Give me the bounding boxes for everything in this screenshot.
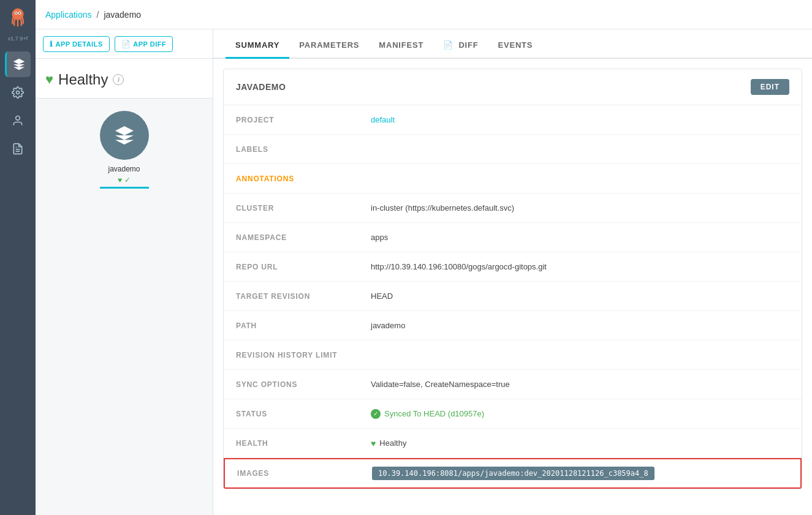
field-row-repo-url: REPO URL http://10.39.140.196:10080/gogs… [224,252,802,282]
breadcrumb-bar: Applications / javademo [36,0,812,29]
right-panel: SUMMARY PARAMETERS MANIFEST 📄 DIFF EVENT… [213,29,812,515]
tab-summary[interactable]: SUMMARY [226,33,289,59]
app-node-label: javademo [108,165,140,173]
content-split: ℹ APP DETAILS 📄 APP DIFF ♥ Healthy i [36,29,812,515]
svg-point-4 [15,12,17,13]
app-node-badges: ♥ ✓ [118,176,131,184]
field-row-path: PATH javademo [224,311,802,340]
field-value-images: 10.39.140.196:8081/apps/javademo:dev_202… [372,467,655,480]
field-label-namespace: NAMESPACE [236,233,371,242]
field-label-annotations: ANNOTATIONS [236,175,371,183]
field-value-path: javademo [371,321,789,330]
app-node[interactable] [100,111,149,160]
field-label-sync-options: SYNC OPTIONS [236,380,371,389]
field-row-project: PROJECT default [224,105,802,135]
sidebar-item-apps[interactable] [5,51,31,77]
diff-tab-icon: 📄 [443,40,453,50]
field-row-sync-options: SYNC OPTIONS Validate=false, CreateNames… [224,370,802,399]
summary-content: JAVADEMO EDIT PROJECT default LABELS ANN… [213,59,812,515]
field-value-repo-url: http://10.39.140.196:10080/gogs/argocd-g… [371,262,789,271]
tabs-bar: SUMMARY PARAMETERS MANIFEST 📄 DIFF EVENT… [213,29,812,59]
tab-events[interactable]: EVENTS [488,33,543,59]
field-row-images: IMAGES 10.39.140.196:8081/apps/javademo:… [224,458,802,489]
node-active-underline [100,187,149,189]
sidebar-nav [0,51,36,162]
app-logo[interactable] [5,5,31,31]
health-value: ♥ Healthy [371,438,406,448]
svg-point-1 [13,9,22,18]
breadcrumb-current: javademo [104,10,141,20]
app-toolbar: ℹ APP DETAILS 📄 APP DIFF [36,29,213,59]
health-section: ♥ Healthy i [36,59,213,99]
health-value-text: Healthy [379,438,406,448]
field-row-status: STATUS ✓ Synced To HEAD (d10957e) [224,399,802,429]
app-diff-button[interactable]: 📄 APP DIFF [115,36,173,52]
field-row-target-revision: TARGET REVISION HEAD [224,282,802,311]
field-label-images: IMAGES [237,469,372,478]
card-header: JAVADEMO EDIT [224,69,802,105]
info-icon: ℹ [50,40,53,48]
tab-manifest[interactable]: MANIFEST [369,33,433,59]
field-label-target-revision: TARGET REVISION [236,292,371,301]
edit-button[interactable]: EDIT [751,79,789,95]
summary-card: JAVADEMO EDIT PROJECT default LABELS ANN… [223,69,802,489]
field-row-health: HEALTH ♥ Healthy [224,429,802,458]
field-label-labels: LABELS [236,145,371,154]
svg-point-5 [19,12,20,13]
field-value-cluster: in-cluster (https://kubernetes.default.s… [371,203,789,212]
tab-parameters[interactable]: PARAMETERS [289,33,369,59]
diff-icon: 📄 [121,40,131,48]
field-label-cluster: CLUSTER [236,204,371,212]
synced-check-icon: ✓ [371,409,381,419]
field-label-health: HEALTH [236,439,371,448]
node-sync-icon: ✓ [124,176,131,184]
left-panel: ℹ APP DETAILS 📄 APP DIFF ♥ Healthy i [36,29,213,515]
field-row-cluster: CLUSTER in-cluster (https://kubernetes.d… [224,194,802,223]
field-label-revision-history-limit: REVISION HISTORY LIMIT [236,351,371,359]
node-health-icon: ♥ [118,176,122,184]
svg-point-6 [17,91,20,94]
field-row-annotations: ANNOTATIONS [224,164,802,194]
app-details-button[interactable]: ℹ APP DETAILS [43,36,110,52]
health-status-text: Healthy [58,71,108,88]
tab-diff[interactable]: 📄 DIFF [433,33,488,59]
status-synced-value: ✓ Synced To HEAD (d10957e) [371,409,484,419]
app-version: v1.7.9+f [8,36,28,42]
field-value-sync-options: Validate=false, CreateNamespace=true [371,380,789,389]
health-heart-icon: ♥ [45,72,53,88]
field-label-status: STATUS [236,410,371,418]
field-value-namespace: apps [371,233,789,242]
field-value-target-revision: HEAD [371,291,789,301]
field-row-labels: LABELS [224,135,802,164]
field-row-revision-history-limit: REVISION HISTORY LIMIT [224,340,802,370]
sidebar: v1.7.9+f [0,0,36,515]
status-synced-text: Synced To HEAD (d10957e) [384,409,484,418]
health-info-icon[interactable]: i [113,74,124,85]
field-value-project[interactable]: default [371,115,789,124]
main-area: Applications / javademo ℹ APP DETAILS 📄 … [36,0,812,515]
health-value-heart-icon: ♥ [371,438,376,448]
sidebar-item-user[interactable] [5,108,31,133]
sidebar-item-docs[interactable] [5,136,31,162]
app-graph-section: javademo ♥ ✓ [36,99,213,515]
field-row-namespace: NAMESPACE apps [224,223,802,252]
card-app-name: JAVADEMO [236,82,286,92]
field-label-repo-url: REPO URL [236,263,371,271]
breadcrumb-separator: / [97,10,99,20]
field-label-project: PROJECT [236,116,371,124]
sidebar-item-settings[interactable] [5,80,31,105]
svg-point-7 [16,116,20,121]
breadcrumb-applications[interactable]: Applications [45,10,92,20]
field-label-path: PATH [236,321,371,330]
